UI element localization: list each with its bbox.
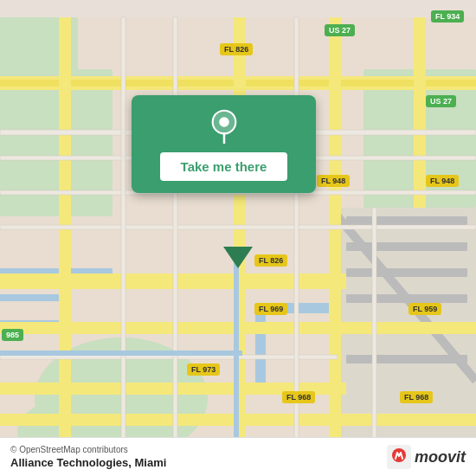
moovit-icon [387, 445, 411, 469]
svg-rect-22 [0, 322, 338, 334]
svg-rect-40 [234, 260, 239, 459]
svg-rect-12 [346, 268, 467, 277]
moovit-logo: moovit [387, 445, 466, 469]
svg-rect-39 [0, 351, 242, 356]
svg-rect-26 [59, 17, 71, 459]
svg-rect-23 [338, 322, 476, 334]
svg-rect-33 [0, 225, 476, 229]
svg-rect-10 [346, 216, 467, 225]
svg-rect-36 [173, 17, 177, 459]
svg-rect-38 [372, 208, 376, 467]
bottom-left: © OpenStreetMap contributors Alliance Te… [10, 445, 166, 469]
svg-rect-28 [329, 17, 341, 459]
location-popup: Take me there [132, 95, 316, 193]
take-me-there-button[interactable]: Take me there [160, 152, 288, 181]
location-pin-icon [207, 109, 241, 144]
svg-rect-5 [255, 303, 266, 389]
svg-rect-37 [294, 17, 299, 459]
svg-rect-35 [121, 17, 125, 459]
moovit-text: moovit [415, 448, 466, 466]
svg-rect-29 [414, 17, 426, 208]
svg-rect-15 [346, 355, 467, 363]
location-name: Alliance Technologies, Miami [10, 456, 166, 469]
map-container: FL 934 US 27 US 27 FL 826 FL 948 FL 948 … [0, 0, 476, 476]
bottom-bar: © OpenStreetMap contributors Alliance Te… [0, 437, 476, 476]
svg-point-43 [219, 117, 229, 127]
osm-attribution: © OpenStreetMap contributors [10, 445, 166, 454]
map-background [0, 0, 476, 476]
